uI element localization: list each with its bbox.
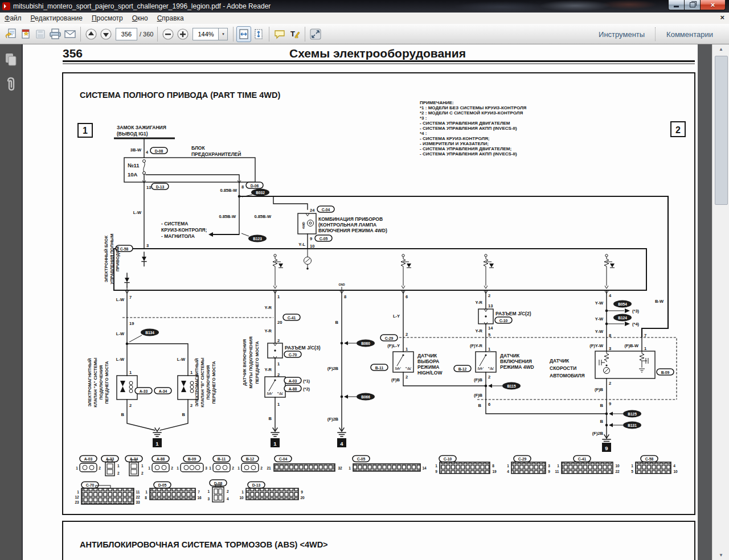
svg-text:Y-W: Y-W — [595, 300, 604, 306]
svg-text:1: 1 — [207, 489, 210, 493]
fit-width-icon — [237, 28, 250, 40]
svg-text:КЛАПАН "В" СИСТЕМЫ: КЛАПАН "В" СИСТЕМЫ — [200, 357, 205, 407]
svg-text:(ВЫВОД IG1): (ВЫВОД IG1) — [117, 131, 148, 137]
scroll-up-icon[interactable]: ▲ — [712, 44, 729, 54]
svg-text:Y-R: Y-R — [475, 328, 482, 333]
connector-pinouts-row1: A-03 1 2 A-33 1 2 A-34 1 2 — [76, 456, 678, 476]
highlight-text-button[interactable]: T — [287, 26, 302, 42]
svg-text:B: B — [182, 412, 186, 417]
fullscreen-button[interactable] — [308, 26, 323, 42]
close-button[interactable]: × — [700, 0, 726, 10]
svg-text:A-88: A-88 — [289, 387, 297, 391]
scrollbar-thumb[interactable] — [715, 56, 728, 205]
svg-text:8: 8 — [145, 496, 147, 500]
svg-text:1: 1 — [644, 346, 646, 351]
adobe-reader-window: mitsubishi_montero_sport_pajero_sport_ch… — [0, 0, 729, 560]
menu-window[interactable]: Окно — [128, 13, 153, 23]
email-button[interactable] — [63, 26, 77, 42]
svg-text:1: 1 — [237, 466, 240, 470]
svg-text:- СИСТЕМА УПРАВЛЕНИЯ АКПП (INV: - СИСТЕМА УПРАВЛЕНИЯ АКПП (INVECS-II) — [420, 151, 517, 157]
restore-button[interactable] — [685, 0, 700, 10]
menubar-close-icon[interactable]: × — [720, 13, 724, 22]
svg-text:ЗАМОК ЗАЖИГАНИЯ: ЗАМОК ЗАЖИГАНИЯ — [117, 125, 166, 130]
svg-text:ВКЛЮЧЕНИЯ РЕЖИМА 4WD): ВКЛЮЧЕНИЯ РЕЖИМА 4WD) — [318, 228, 387, 233]
minimize-button[interactable] — [668, 0, 685, 10]
svg-text:B: B — [335, 320, 339, 325]
close-icon: × — [711, 1, 715, 9]
svg-text:L-W: L-W — [133, 210, 142, 215]
svg-text:ПОДКЛЮЧЕНИЯ: ПОДКЛЮЧЕНИЯ — [206, 365, 211, 400]
menu-file[interactable]: Файл — [0, 13, 26, 23]
svg-text:КЛАПАН "А" СИСТЕМЫ: КЛАПАН "А" СИСТЕМЫ — [93, 357, 98, 407]
svg-text:ON: ON — [279, 393, 283, 396]
svg-text:- СИСТЕМА УПРАВЛЕНИЯ АКПП (INV: - СИСТЕМА УПРАВЛЕНИЯ АКПП (INVECS-II) — [420, 126, 517, 131]
page-thumbnails-button[interactable] — [0, 50, 22, 69]
svg-text:B032: B032 — [256, 191, 265, 195]
save-button[interactable] — [33, 26, 48, 42]
fit-page-button[interactable] — [251, 26, 266, 42]
save-copy-button[interactable] — [3, 26, 18, 42]
svg-text:OFF: OFF — [267, 393, 272, 396]
svg-text:9: 9 — [605, 445, 608, 451]
svg-text:3: 3 — [609, 346, 611, 351]
next-page-button[interactable] — [99, 26, 113, 42]
svg-text:РЕЖИМА 4WD: РЕЖИМА 4WD — [500, 364, 534, 370]
create-pdf-button[interactable] — [18, 26, 33, 42]
vertical-scrollbar[interactable]: ▲ ▼ — [712, 44, 729, 560]
menu-view[interactable]: Просмотр — [87, 13, 128, 23]
zoom-dropdown-icon[interactable]: ▼ — [219, 28, 228, 40]
zoom-in-button[interactable] — [175, 26, 190, 42]
svg-text:0.85B-W: 0.85B-W — [220, 188, 237, 193]
svg-text:12: 12 — [75, 495, 79, 499]
window-title: mitsubishi_montero_sport_pajero_sport_ch… — [13, 2, 271, 10]
svg-text:11: 11 — [555, 470, 559, 473]
comments-panel-button[interactable]: Комментарии — [656, 30, 723, 39]
svg-text:2: 2 — [171, 466, 173, 470]
svg-text:T: T — [290, 30, 295, 38]
attachments-button[interactable] — [0, 75, 22, 94]
previous-page-button[interactable] — [84, 26, 99, 42]
svg-text:2: 2 — [406, 332, 408, 337]
menu-edit[interactable]: Редактирование — [26, 13, 87, 23]
svg-text:B123: B123 — [253, 237, 262, 241]
zoom-value[interactable]: 144% — [193, 28, 219, 40]
svg-text:1: 1 — [117, 464, 120, 468]
fit-width-button[interactable] — [236, 26, 251, 42]
print-button[interactable] — [48, 26, 63, 42]
svg-text:1: 1 — [507, 464, 509, 468]
svg-text:20: 20 — [277, 320, 282, 325]
sticky-note-button[interactable] — [272, 26, 287, 42]
menu-help[interactable]: Справка — [153, 13, 189, 23]
svg-text:Y-R: Y-R — [264, 367, 272, 372]
svg-text:B-11: B-11 — [375, 366, 384, 370]
notes: ПРИМЕЧАНИЕ: *1 : МОДЕЛИ БЕЗ СИСТЕМЫ КРУИ… — [420, 100, 527, 157]
svg-text:0.85B-W: 0.85B-W — [254, 214, 272, 219]
svg-text:B131: B131 — [628, 423, 637, 427]
svg-text:B125: B125 — [628, 412, 637, 416]
svg-text:ПЕРЕДНЕГО МОСТА: ПЕРЕДНЕГО МОСТА — [255, 341, 260, 384]
svg-text:C-70: C-70 — [86, 483, 95, 487]
svg-text:ДАТЧИК: ДАТЧИК — [550, 358, 570, 364]
svg-text:БЛОК: БЛОК — [191, 145, 205, 151]
tools-panel-button[interactable]: Инструменты — [588, 30, 655, 39]
scroll-down-icon[interactable]: ▼ — [712, 550, 729, 560]
minimize-icon — [674, 6, 679, 7]
zoom-out-button[interactable] — [161, 26, 175, 42]
svg-text:13: 13 — [488, 303, 493, 308]
svg-text:1: 1 — [145, 490, 148, 494]
page-number-input[interactable] — [116, 28, 137, 40]
svg-text:Y-L: Y-L — [298, 242, 305, 247]
svg-text:(F)B: (F)B — [595, 387, 604, 392]
svg-text:СКОРОСТИ: СКОРОСТИ — [550, 365, 576, 371]
paperclip-icon — [3, 76, 18, 93]
svg-text:- СИСТЕМА УПРАВЛЕНИЯ ДВИГАТЕЛЕ: - СИСТЕМА УПРАВЛЕНИЯ ДВИГАТЕЛЕМ; — [420, 146, 511, 151]
svg-text:1: 1 — [273, 440, 277, 447]
svg-text:C-41: C-41 — [288, 316, 296, 320]
svg-text:Y-R: Y-R — [264, 328, 272, 333]
svg-text:4: 4 — [227, 497, 229, 501]
svg-text:АВТОМОБИЛЯ: АВТОМОБИЛЯ — [550, 373, 585, 378]
svg-text:ДАТЧИК: ДАТЧИК — [500, 353, 520, 359]
svg-text:B066: B066 — [361, 395, 370, 399]
toolbar-separator — [157, 27, 158, 42]
svg-text:B: B — [269, 416, 272, 421]
